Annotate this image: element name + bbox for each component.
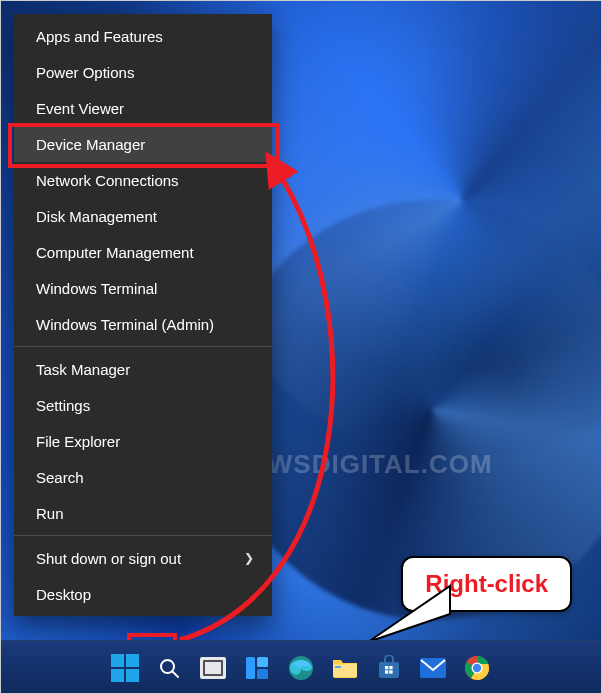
menu-separator [14, 346, 272, 347]
svg-rect-15 [420, 658, 446, 678]
svg-rect-9 [335, 666, 341, 668]
chevron-right-icon: ❯ [244, 551, 254, 565]
menu-item-apps-features[interactable]: Apps and Features [14, 18, 272, 54]
menu-item-power-options[interactable]: Power Options [14, 54, 272, 90]
taskbar [0, 640, 602, 694]
mail-button[interactable] [418, 653, 448, 683]
annotation-callout-tail [362, 576, 452, 646]
chrome-icon [464, 655, 490, 681]
svg-rect-8 [333, 664, 357, 677]
menu-item-search[interactable]: Search [14, 459, 272, 495]
search-button[interactable] [154, 653, 184, 683]
winx-context-menu: Apps and Features Power Options Event Vi… [14, 14, 272, 616]
start-button[interactable] [110, 653, 140, 683]
store-icon [376, 655, 402, 681]
svg-point-18 [473, 663, 481, 671]
menu-item-computer-management[interactable]: Computer Management [14, 234, 272, 270]
widgets-button[interactable] [242, 653, 272, 683]
svg-rect-14 [389, 670, 392, 673]
svg-rect-10 [379, 662, 399, 678]
menu-item-windows-terminal-admin[interactable]: Windows Terminal (Admin) [14, 306, 272, 342]
folder-icon [331, 656, 359, 680]
microsoft-store-button[interactable] [374, 653, 404, 683]
svg-rect-13 [385, 670, 388, 673]
menu-item-event-viewer[interactable]: Event Viewer [14, 90, 272, 126]
svg-marker-0 [368, 586, 450, 642]
svg-line-3 [173, 671, 179, 677]
windows-logo-icon [111, 654, 139, 682]
task-view-button[interactable] [198, 653, 228, 683]
menu-item-settings[interactable]: Settings [14, 387, 272, 423]
edge-button[interactable] [286, 653, 316, 683]
svg-rect-4 [246, 657, 255, 679]
menu-item-device-manager[interactable]: Device Manager [14, 126, 272, 162]
svg-rect-12 [389, 666, 392, 669]
menu-item-run[interactable]: Run [14, 495, 272, 531]
chrome-button[interactable] [462, 653, 492, 683]
search-icon [157, 656, 181, 680]
file-explorer-button[interactable] [330, 653, 360, 683]
widgets-icon [244, 655, 270, 681]
menu-item-shutdown-signout[interactable]: Shut down or sign out ❯ [14, 540, 272, 576]
menu-item-windows-terminal[interactable]: Windows Terminal [14, 270, 272, 306]
menu-separator [14, 535, 272, 536]
svg-rect-6 [257, 669, 268, 679]
svg-rect-5 [257, 657, 268, 667]
menu-item-file-explorer[interactable]: File Explorer [14, 423, 272, 459]
task-view-icon [200, 657, 226, 679]
menu-item-disk-management[interactable]: Disk Management [14, 198, 272, 234]
menu-item-task-manager[interactable]: Task Manager [14, 351, 272, 387]
mail-icon [419, 657, 447, 679]
menu-item-desktop[interactable]: Desktop [14, 576, 272, 612]
svg-rect-11 [385, 666, 388, 669]
edge-icon [287, 654, 315, 682]
menu-item-network-connections[interactable]: Network Connections [14, 162, 272, 198]
